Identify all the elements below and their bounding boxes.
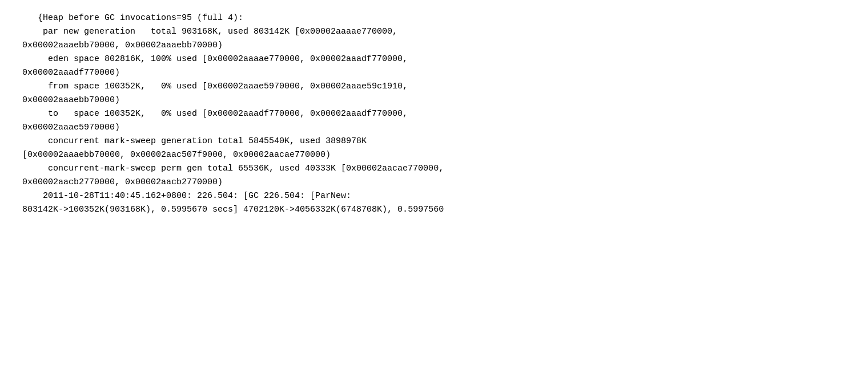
log-line: 0x00002aaaebb70000, 0x00002aaaebb70000)	[17, 39, 851, 52]
log-line: from space 100352K, 0% used [0x00002aaae…	[17, 80, 851, 94]
log-line: eden space 802816K, 100% used [0x00002aa…	[17, 52, 851, 66]
log-line: 803142K->100352K(903168K), 0.5995670 sec…	[17, 203, 851, 217]
log-line: par new generation total 903168K, used 8…	[17, 25, 851, 39]
log-line: 0x00002aacb2770000, 0x00002aacb2770000)	[17, 176, 851, 189]
log-line: concurrent-mark-sweep perm gen total 655…	[17, 162, 851, 176]
log-line: 2011-10-28T11:40:45.162+0800: 226.504: […	[17, 189, 851, 203]
log-line: 0x00002aaaebb70000)	[17, 94, 851, 107]
log-line: [0x00002aaaebb70000, 0x00002aac507f9000,…	[17, 148, 851, 162]
log-line: 0x00002aaae5970000)	[17, 121, 851, 135]
log-output: {Heap before GC invocations=95 (full 4):…	[17, 11, 851, 217]
log-line: {Heap before GC invocations=95 (full 4):	[17, 11, 851, 25]
log-line: 0x00002aaadf770000)	[17, 66, 851, 80]
log-line: concurrent mark-sweep generation total 5…	[17, 135, 851, 148]
log-line: to space 100352K, 0% used [0x00002aaadf7…	[17, 107, 851, 121]
